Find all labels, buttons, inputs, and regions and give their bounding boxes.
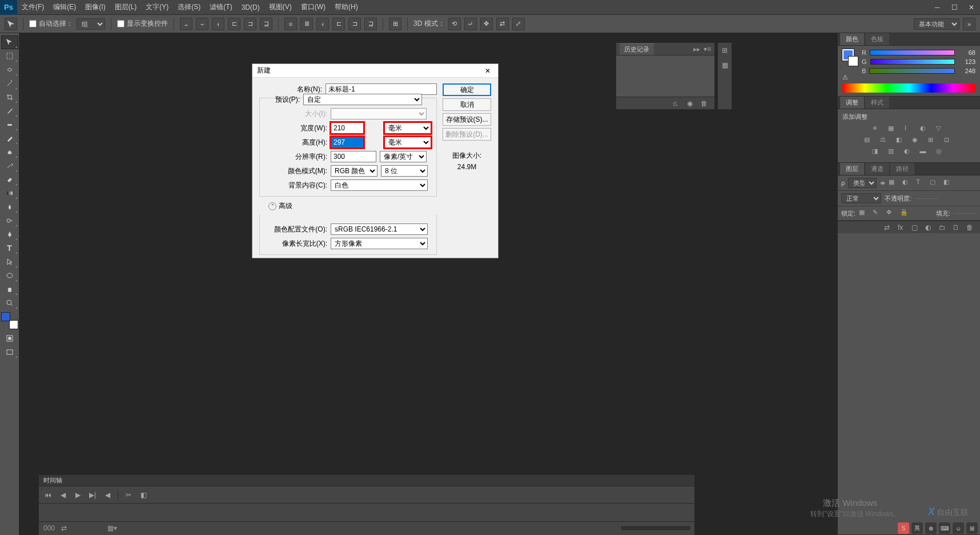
tab-history[interactable]: 历史记录 xyxy=(620,43,654,55)
blur-tool[interactable] xyxy=(1,200,18,214)
lock-trans-icon[interactable]: ▦ xyxy=(859,209,869,218)
aspect-dropdown[interactable]: 方形像素 xyxy=(331,238,428,249)
close-button[interactable]: ✕ xyxy=(963,2,980,13)
move-tool-icon[interactable] xyxy=(5,18,17,30)
new-layer-icon[interactable]: 🗋 xyxy=(953,223,962,231)
magic-wand-tool[interactable] xyxy=(1,77,18,90)
colordepth-dropdown[interactable]: 8 位 xyxy=(381,165,428,177)
align-vcenter-icon[interactable]: ⫟ xyxy=(196,18,208,30)
3d-scale-icon[interactable]: ⤢ xyxy=(512,18,525,30)
shape-tool[interactable] xyxy=(1,269,18,282)
r-value[interactable]: 68 xyxy=(958,49,975,56)
width-unit-dropdown[interactable]: 毫米 xyxy=(384,122,431,134)
menu-view[interactable]: 视图(V) xyxy=(264,0,296,15)
lock-all-icon[interactable]: 🔒 xyxy=(900,209,910,218)
tab-layers[interactable]: 图层 xyxy=(840,163,864,175)
vibrance-icon[interactable]: ▽ xyxy=(936,125,946,134)
levels-icon[interactable]: ▦ xyxy=(888,125,898,134)
quickmask-tool[interactable] xyxy=(1,332,18,345)
panel-collapse-icon[interactable]: ▸▸ xyxy=(693,45,700,53)
brush-tool[interactable] xyxy=(1,131,18,145)
3d-pan-icon[interactable]: ✥ xyxy=(480,18,493,30)
distribute-3-icon[interactable]: ⫞ xyxy=(316,18,329,30)
gradientmap-icon[interactable]: ▬ xyxy=(920,147,930,157)
advanced-toggle[interactable]: ⌃ 高级 xyxy=(268,201,437,211)
menu-file[interactable]: 文件(F) xyxy=(17,0,49,15)
align-left-icon[interactable]: ⊏ xyxy=(228,18,240,30)
width-input[interactable] xyxy=(331,122,364,134)
distribute-4-icon[interactable]: ⊏ xyxy=(332,18,345,30)
zoom-tool[interactable] xyxy=(1,296,18,310)
distribute-1-icon[interactable]: ≡ xyxy=(284,18,297,30)
opacity-value[interactable] xyxy=(915,198,938,199)
auto-align-icon[interactable]: ⊞ xyxy=(389,18,401,30)
dock-icon-1[interactable]: ⊞ xyxy=(722,46,728,54)
lock-pos-icon[interactable]: ✥ xyxy=(886,209,897,218)
save-preset-button[interactable]: 存储预设(S)... xyxy=(443,113,491,126)
tab-color[interactable]: 颜色 xyxy=(840,33,864,45)
resolution-unit-dropdown[interactable]: 像素/英寸 xyxy=(380,151,427,162)
foreground-swatch[interactable] xyxy=(1,312,10,321)
timeline-zoom-slider[interactable] xyxy=(621,526,690,530)
history-brush-tool[interactable] xyxy=(1,159,18,173)
channelmixer-icon[interactable]: ⊞ xyxy=(928,136,938,145)
colorbalance-icon[interactable]: ⚖ xyxy=(880,136,890,145)
3d-orbit-icon[interactable]: ⟲ xyxy=(448,18,461,30)
layer-mask-icon[interactable]: ▢ xyxy=(911,223,921,231)
bgcontent-dropdown[interactable]: 白色 xyxy=(331,179,428,191)
move-tool[interactable] xyxy=(1,35,18,49)
tab-paths[interactable]: 路径 xyxy=(890,163,914,175)
history-snapshot-icon[interactable]: ◉ xyxy=(687,99,696,107)
screenmode-tool[interactable] xyxy=(1,345,18,359)
eyedropper-tool[interactable] xyxy=(1,104,18,118)
3d-slide-icon[interactable]: ⇄ xyxy=(496,18,509,30)
threshold-icon[interactable]: ◐ xyxy=(904,147,914,157)
menu-window[interactable]: 窗口(W) xyxy=(296,0,330,15)
menu-layer[interactable]: 图层(L) xyxy=(110,0,142,15)
cancel-button[interactable]: 取消 xyxy=(443,98,491,111)
align-top-icon[interactable]: ⫠ xyxy=(180,18,192,30)
hue-icon[interactable]: ▤ xyxy=(864,136,874,145)
menu-image[interactable]: 图像(I) xyxy=(81,0,110,15)
blend-mode-dropdown[interactable]: 正常 xyxy=(841,193,881,203)
path-selection-tool[interactable] xyxy=(1,255,18,269)
filter-type-icon[interactable]: T xyxy=(916,178,926,187)
tab-channels[interactable]: 通道 xyxy=(865,163,889,175)
tab-styles[interactable]: 样式 xyxy=(865,97,889,109)
background-swatch[interactable] xyxy=(9,320,18,329)
auto-select-checkbox[interactable]: 自动选择： xyxy=(29,19,73,29)
minimize-button[interactable]: ─ xyxy=(929,2,946,13)
b-value[interactable]: 248 xyxy=(958,67,975,74)
layer-kind-dropdown[interactable]: 类型 xyxy=(848,178,877,188)
height-unit-dropdown[interactable]: 毫米 xyxy=(384,137,431,148)
new-group-icon[interactable]: 🗀 xyxy=(939,223,948,231)
lock-pixel-icon[interactable]: ✎ xyxy=(873,209,883,218)
menu-filter[interactable]: 滤镜(T) xyxy=(205,0,236,15)
timeline-first-icon[interactable]: ⏮ xyxy=(43,490,53,500)
menu-3d[interactable]: 3D(D) xyxy=(237,0,264,15)
profile-dropdown[interactable]: sRGB IEC61966-2.1 xyxy=(331,223,428,235)
g-slider[interactable] xyxy=(870,59,955,65)
dock-icon-2[interactable]: ▦ xyxy=(722,61,728,69)
distribute-5-icon[interactable]: ⊐ xyxy=(348,18,361,30)
menu-select[interactable]: 选择(S) xyxy=(173,0,205,15)
height-input[interactable] xyxy=(331,137,364,148)
ime-lang[interactable]: 英 xyxy=(911,522,923,534)
fill-value[interactable] xyxy=(954,213,977,214)
timeline-transition-icon[interactable]: ◧ xyxy=(139,490,148,500)
curves-icon[interactable]: ⌇ xyxy=(904,125,914,134)
tab-swatches[interactable]: 色板 xyxy=(865,33,889,45)
color-spectrum[interactable] xyxy=(842,83,975,93)
maximize-button[interactable]: ☐ xyxy=(946,2,963,13)
workspace-dropdown[interactable]: 基本功能 xyxy=(914,18,959,30)
colorlookup-icon[interactable]: ⊡ xyxy=(944,136,954,145)
timeline-next-icon[interactable]: ▶| xyxy=(88,490,97,500)
ime-misc1-icon[interactable]: ⊕ xyxy=(925,522,937,534)
eraser-tool[interactable] xyxy=(1,173,18,186)
ime-misc4-icon[interactable]: ⊞ xyxy=(966,522,978,534)
history-doc-icon[interactable]: ⎌ xyxy=(673,99,682,107)
invert-icon[interactable]: ◨ xyxy=(872,147,882,157)
timeline-last-icon[interactable]: ◀ xyxy=(103,490,112,500)
distribute-2-icon[interactable]: ≣ xyxy=(300,18,313,30)
show-transform-checkbox[interactable]: 显示变换控件 xyxy=(117,19,168,29)
